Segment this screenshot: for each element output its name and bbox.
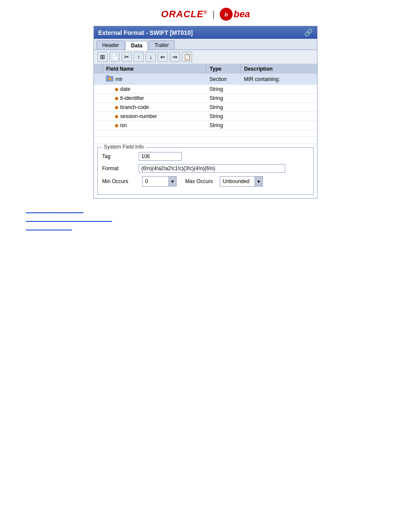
min-occurs-dropdown-btn[interactable]: ▼	[168, 177, 176, 186]
tabs-row: Header Data Trailer	[94, 39, 317, 50]
system-field-info: System Field Info Tag Format Min Occurs …	[97, 147, 314, 195]
row-selector-cell	[94, 112, 103, 121]
cut-button[interactable]: ✂	[121, 52, 132, 62]
row-description-cell	[240, 103, 317, 112]
row-selector-cell	[94, 103, 103, 112]
tab-data[interactable]: Data	[125, 41, 148, 50]
bea-text: bea	[234, 9, 250, 20]
row-field-name-cell: ◆ session-number	[103, 112, 206, 121]
table-area: Field Name Type Description	[94, 64, 317, 144]
logo-divider: |	[212, 9, 215, 19]
min-occurs-select[interactable]: 0 ▼	[142, 176, 177, 187]
section-folder-icon	[106, 75, 114, 83]
table-row[interactable]: ◆ date String	[94, 85, 317, 94]
row-field-name: mir	[115, 76, 123, 82]
table-row-empty	[94, 130, 317, 137]
svg-text:b: b	[224, 11, 228, 18]
row-selector-cell	[94, 85, 103, 94]
bottom-links: ____________________ ___________________…	[0, 199, 411, 239]
svg-point-4	[109, 78, 111, 80]
row-description-cell	[240, 85, 317, 94]
row-field-name-cell: ◆ isn	[103, 121, 206, 130]
tag-row: Tag	[102, 152, 309, 161]
new-doc-icon: 📄	[111, 53, 118, 60]
format-label: Format	[102, 165, 139, 171]
row-description-cell	[240, 112, 317, 121]
system-field-info-legend: System Field Info	[102, 144, 146, 150]
max-occurs-label: Max Occurs	[185, 178, 213, 184]
row-field-name: date	[120, 86, 130, 92]
panel-titlebar: External Format - SWIFT [MT010] 🔗	[94, 26, 317, 39]
left-arrow-icon: ⇐	[160, 53, 165, 60]
main-panel: External Format - SWIFT [MT010] 🔗 Header…	[93, 26, 318, 199]
max-occurs-select[interactable]: Unbounded ▼	[220, 176, 263, 187]
col-description: Description	[240, 64, 317, 74]
oracle-text: ORACLE	[161, 9, 204, 19]
min-occurs-value: 0	[143, 177, 168, 185]
row-field-name: branch-code	[120, 104, 149, 110]
row-selector-cell	[94, 74, 103, 85]
table-row[interactable]: ◆ branch-code String	[94, 103, 317, 112]
row-type-cell: String	[206, 85, 240, 94]
diamond-icon: ◆	[115, 113, 118, 119]
col-field-name: Field Name	[103, 64, 206, 74]
grid-button[interactable]: ⊞	[97, 52, 108, 62]
diamond-icon: ◆	[115, 86, 118, 92]
row-field-name-cell: ◆ lt-identifier	[103, 94, 206, 103]
format-row: Format	[102, 164, 309, 173]
bottom-link-3[interactable]: ________________	[26, 224, 385, 230]
row-field-name-cell: ◆ date	[103, 85, 206, 94]
tag-input[interactable]	[139, 152, 182, 161]
table-row[interactable]: ◆ isn String	[94, 121, 317, 130]
row-field-name-cell: ◆ branch-code	[103, 103, 206, 112]
bottom-link-1[interactable]: ____________________	[26, 207, 385, 213]
tab-header[interactable]: Header	[97, 40, 125, 50]
logo-area: ORACLE® | b bea	[0, 0, 411, 26]
table-row-empty	[94, 137, 317, 144]
max-occurs-value: Unbounded	[220, 177, 255, 185]
row-selector-cell	[94, 121, 103, 130]
row-field-name: session-number	[120, 113, 157, 119]
col-selector	[94, 64, 103, 74]
row-field-name-cell: mir	[103, 74, 206, 85]
row-description-cell: MIR containing:	[240, 74, 317, 85]
table-row[interactable]: ◆ lt-identifier String	[94, 94, 317, 103]
svg-rect-3	[106, 75, 109, 77]
paste-icon: 📋	[184, 53, 191, 60]
scissors-icon: ✂	[124, 53, 129, 60]
row-description-cell	[240, 94, 317, 103]
row-type-cell: String	[206, 103, 240, 112]
max-occurs-dropdown-btn[interactable]: ▼	[255, 177, 262, 186]
right-arrow-button[interactable]: ⇒	[170, 52, 180, 62]
toolbar: ⊞ 📄 ✂ ↑ ↓ ⇐ ⇒ 📋	[94, 50, 317, 64]
move-up-icon: ↑	[137, 53, 140, 60]
bea-logo: b bea	[220, 8, 250, 21]
col-type: Type	[206, 64, 240, 74]
row-field-name: lt-identifier	[120, 95, 144, 101]
tab-trailer[interactable]: Trailer	[149, 40, 174, 50]
move-up-button[interactable]: ↑	[134, 52, 144, 62]
right-arrow-icon: ⇒	[172, 53, 177, 60]
bottom-link-2[interactable]: ______________________________	[26, 216, 385, 222]
oracle-tm: ®	[204, 10, 207, 15]
row-field-name: isn	[120, 122, 127, 128]
table-header-row: Field Name Type Description	[94, 64, 317, 74]
move-down-button[interactable]: ↓	[146, 52, 156, 62]
diamond-icon: ◆	[115, 104, 118, 110]
format-input[interactable]	[139, 164, 285, 173]
move-down-icon: ↓	[149, 53, 153, 60]
table-row[interactable]: ◆ session-number String	[94, 112, 317, 121]
paste-button[interactable]: 📋	[182, 52, 192, 62]
occurs-row: Min Occurs 0 ▼ Max Occurs Unbounded ▼	[102, 176, 309, 187]
oracle-logo: ORACLE®	[161, 9, 207, 20]
bea-flame-icon: b	[220, 8, 233, 21]
row-type-cell: Section	[206, 74, 240, 85]
row-description-cell	[240, 121, 317, 130]
field-table: Field Name Type Description	[94, 64, 317, 144]
left-arrow-button[interactable]: ⇐	[158, 52, 168, 62]
row-type-cell: String	[206, 112, 240, 121]
new-doc-button[interactable]: 📄	[109, 52, 120, 62]
panel-titlebar-icon: 🔗	[304, 28, 313, 37]
table-row[interactable]: mir Section MIR containing:	[94, 74, 317, 85]
diamond-icon: ◆	[115, 122, 118, 128]
